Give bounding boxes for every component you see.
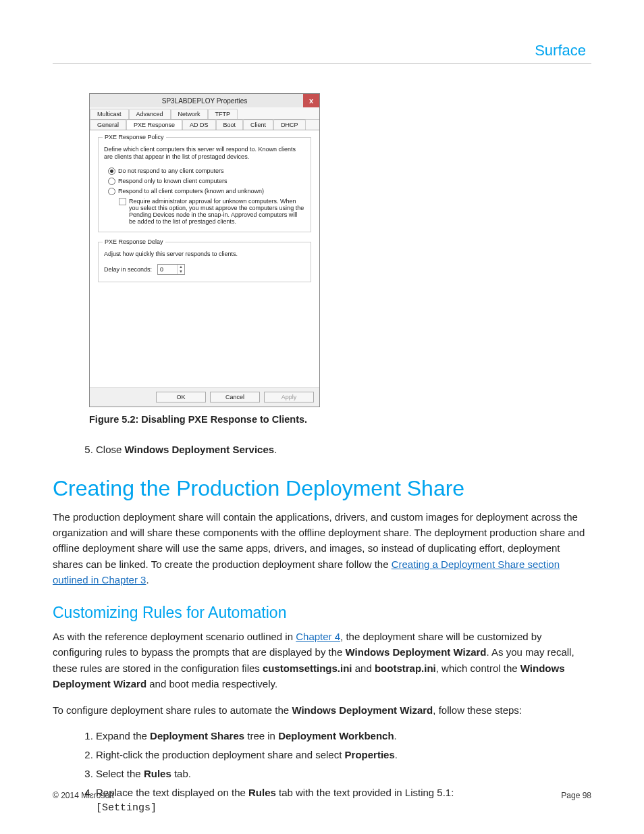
step-1: Expand the Deployment Shares tree in Dep… xyxy=(96,729,591,744)
chevron-down-icon[interactable]: ▼ xyxy=(178,269,184,274)
radio-icon xyxy=(108,178,115,185)
radio-do-not-respond[interactable]: Do not respond to any client computers xyxy=(108,167,305,175)
radio-icon xyxy=(108,167,115,175)
dialog-body: PXE Response Policy Define which client … xyxy=(90,130,319,387)
checkbox-label: Require administrator approval for unkno… xyxy=(129,198,305,225)
tab-pxe-response[interactable]: PXE Response xyxy=(126,120,182,130)
step-list-top: Close Windows Deployment Services. xyxy=(53,442,591,457)
radio-label: Do not respond to any client computers xyxy=(118,167,224,174)
link-chapter-4[interactable]: Chapter 4 xyxy=(296,631,340,642)
delay-stepper[interactable]: 0 ▲ ▼ xyxy=(157,264,185,275)
figure-caption: Figure 5.2: Disabling PXE Response to Cl… xyxy=(89,414,591,425)
tab-dhcp[interactable]: DHCP xyxy=(273,120,306,130)
tab-ad-ds[interactable]: AD DS xyxy=(182,120,216,130)
radio-all-clients[interactable]: Respond to all client computers (known a… xyxy=(108,188,305,195)
cancel-button[interactable]: Cancel xyxy=(210,392,260,402)
tab-network[interactable]: Network xyxy=(171,109,208,119)
tab-boot[interactable]: Boot xyxy=(216,120,244,130)
radio-icon xyxy=(108,188,115,195)
radio-label: Respond to all client computers (known a… xyxy=(118,188,264,194)
checkbox-icon xyxy=(119,198,126,205)
step-2: Right-click the production deployment sh… xyxy=(96,748,591,762)
policy-legend: PXE Response Policy xyxy=(103,134,166,140)
policy-description: Define which client computers this serve… xyxy=(104,146,305,161)
step-list-bottom: Expand the Deployment Shares tree in Dep… xyxy=(53,729,591,816)
tab-row-1: Multicast Advanced Network TFTP xyxy=(90,107,319,120)
header-divider xyxy=(53,63,591,64)
step-4: Replace the text displayed on the Rules … xyxy=(96,785,591,816)
close-icon[interactable]: x xyxy=(303,94,319,107)
delay-legend: PXE Response Delay xyxy=(103,238,165,245)
brand-text: Surface xyxy=(535,42,586,59)
footer-copyright: © 2014 Microsoft xyxy=(53,791,114,800)
chevron-up-icon[interactable]: ▲ xyxy=(178,265,184,269)
tab-tftp[interactable]: TFTP xyxy=(208,109,238,119)
delay-value: 0 xyxy=(158,265,177,274)
tab-multicast[interactable]: Multicast xyxy=(90,109,129,119)
radio-known-only[interactable]: Respond only to known client computers xyxy=(108,178,305,185)
delay-row: Delay in seconds: 0 ▲ ▼ xyxy=(104,264,305,275)
dialog-title: SP3LABDEPLOY Properties xyxy=(162,97,248,105)
tab-general[interactable]: General xyxy=(90,120,126,130)
footer-page: Page 98 xyxy=(561,791,591,800)
tab-client[interactable]: Client xyxy=(243,120,273,130)
para-rules-2: To configure deployment share rules to a… xyxy=(53,702,591,718)
delay-description: Adjust how quickly this server responds … xyxy=(104,251,305,258)
dialog-titlebar: SP3LABDEPLOY Properties x xyxy=(90,94,319,107)
heading-creating-share: Creating the Production Deployment Share xyxy=(53,476,591,501)
step-3: Select the Rules tab. xyxy=(96,766,591,781)
pxe-response-delay-group: PXE Response Delay Adjust how quickly th… xyxy=(98,242,311,283)
delay-label: Delay in seconds: xyxy=(104,266,152,273)
para-rules-1: As with the reference deployment scenari… xyxy=(53,629,591,692)
properties-dialog: SP3LABDEPLOY Properties x Multicast Adva… xyxy=(89,93,320,407)
dialog-button-row: OK Cancel Apply xyxy=(90,387,319,407)
tab-row-2: General PXE Response AD DS Boot Client D… xyxy=(90,120,319,130)
heading-customizing-rules: Customizing Rules for Automation xyxy=(53,604,591,622)
tab-advanced[interactable]: Advanced xyxy=(129,109,171,119)
code-settings: [Settings] xyxy=(96,802,157,814)
apply-button[interactable]: Apply xyxy=(264,392,314,402)
para-production-share: The production deployment share will con… xyxy=(53,509,591,588)
ok-button[interactable]: OK xyxy=(156,392,206,402)
radio-label: Respond only to known client computers xyxy=(118,178,227,184)
pxe-response-policy-group: PXE Response Policy Define which client … xyxy=(98,137,311,232)
approval-checkbox-row[interactable]: Require administrator approval for unkno… xyxy=(119,198,305,225)
step-5: Close Windows Deployment Services. xyxy=(96,442,591,457)
